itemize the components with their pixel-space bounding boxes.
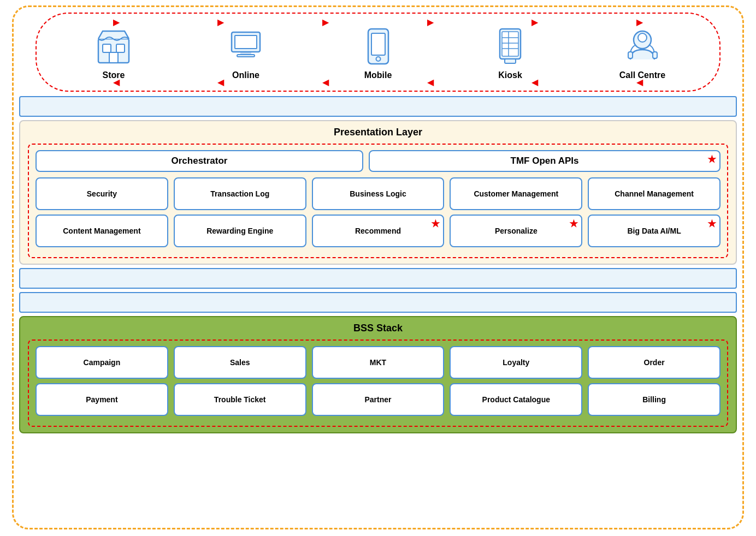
presentation-layer-title: Presentation Layer [28, 127, 728, 138]
orchestrator-box: Orchestrator [36, 150, 363, 172]
svg-rect-7 [237, 55, 255, 57]
box-rewarding-engine-label: Rewarding Engine [206, 227, 273, 235]
arrow-right-6: ▶ [636, 17, 643, 27]
bss-mkt-label: MKT [370, 358, 386, 367]
box-personalize-label: Personalize [495, 227, 538, 235]
svg-rect-9 [371, 33, 385, 55]
svg-rect-2 [116, 44, 125, 52]
box-recommend-label: Recommend [355, 227, 401, 235]
personalize-star: ★ [569, 218, 578, 230]
box-transaction-log-label: Transaction Log [210, 189, 269, 198]
svg-rect-12 [502, 32, 518, 56]
box-channel-management-label: Channel Management [615, 189, 694, 198]
bss-campaign-label: Campaign [84, 358, 121, 367]
bss-payment-label: Payment [86, 395, 117, 404]
svg-rect-1 [103, 44, 111, 52]
bss-row1: Campaign Sales MKT Loyalty Order [36, 346, 720, 379]
boxes-row1: Security Transaction Log Business Logic … [36, 177, 720, 210]
bss-product-catalogue: Product Catalogue [450, 383, 582, 416]
bss-sales: Sales [174, 346, 306, 379]
bss-product-catalogue-label: Product Catalogue [482, 395, 550, 404]
arrow-left-6: ◀ [636, 77, 643, 87]
arrow-right-4: ▶ [427, 17, 434, 27]
bss-order: Order [588, 346, 720, 379]
recommend-star: ★ [431, 218, 440, 230]
channel-kiosk: Kiosk [475, 25, 546, 80]
bss-billing-label: Billing [642, 395, 666, 404]
blue-bar-3 [19, 292, 737, 313]
kiosk-icon [491, 25, 529, 68]
channel-online: Online [210, 25, 281, 80]
bss-trouble-ticket-label: Trouble Ticket [214, 395, 266, 404]
callcentre-icon [623, 25, 662, 68]
blue-bar-2 [19, 268, 737, 289]
svg-rect-21 [653, 52, 657, 58]
bss-partner-label: Partner [364, 395, 391, 404]
channel-callcentre: Call Centre [607, 25, 678, 80]
arrow-left-3: ◀ [322, 77, 329, 87]
tmf-label: TMF Open APIs [511, 156, 579, 166]
box-transaction-log: Transaction Log [174, 177, 306, 210]
bss-stack: BSS Stack Campaign Sales MKT Loyalty Ord… [19, 316, 737, 433]
store-icon [94, 25, 133, 68]
box-bigdata-label: Big Data AI/ML [627, 227, 681, 235]
box-customer-management: Customer Management [450, 177, 582, 210]
bss-partner: Partner [312, 383, 445, 416]
blue-bar-1 [19, 96, 737, 117]
bss-mkt: MKT [312, 346, 445, 379]
svg-rect-17 [505, 59, 516, 63]
bottom-arrows: ◀ ◀ ◀ ◀ ◀ ◀ [37, 77, 719, 87]
bigdata-star: ★ [707, 218, 716, 230]
main-container: ▶ ▶ ▶ ▶ ▶ ▶ Store [12, 5, 744, 529]
bss-loyalty-label: Loyalty [503, 358, 529, 367]
tmf-star: ★ [707, 153, 716, 165]
bss-loyalty: Loyalty [450, 346, 582, 379]
arrow-left-5: ◀ [531, 77, 538, 87]
svg-rect-5 [235, 35, 257, 49]
orchestrator-label: Orchestrator [172, 156, 228, 166]
box-customer-management-label: Customer Management [474, 189, 558, 198]
bss-row2: Payment Trouble Ticket Partner Product C… [36, 383, 720, 416]
bss-campaign: Campaign [36, 346, 168, 379]
arrow-left-1: ◀ [113, 77, 120, 87]
svg-point-10 [376, 57, 380, 61]
svg-rect-3 [109, 52, 118, 63]
presentation-layer: Presentation Layer Orchestrator TMF Open… [19, 120, 737, 265]
boxes-row2: Content Management Rewarding Engine Reco… [36, 215, 720, 247]
svg-rect-20 [628, 52, 633, 58]
bss-payment: Payment [36, 383, 168, 416]
top-arrows: ▶ ▶ ▶ ▶ ▶ ▶ [37, 17, 719, 27]
bss-sales-label: Sales [230, 358, 250, 367]
box-business-logic-label: Business Logic [350, 189, 406, 198]
orchestrator-header: Orchestrator TMF Open APIs ★ [36, 150, 720, 172]
box-channel-management: Channel Management [588, 177, 720, 210]
channel-row: ▶ ▶ ▶ ▶ ▶ ▶ Store [36, 13, 720, 92]
online-icon [227, 25, 265, 68]
box-content-management-label: Content Management [63, 227, 140, 235]
bss-stack-title: BSS Stack [28, 323, 728, 334]
orchestrator-section: Orchestrator TMF Open APIs ★ Security Tr… [28, 144, 728, 258]
arrow-right-1: ▶ [113, 17, 120, 27]
bss-order-label: Order [644, 358, 665, 367]
box-security-label: Security [87, 189, 117, 198]
bss-billing: Billing [588, 383, 720, 416]
arrow-right-5: ▶ [531, 17, 538, 27]
arrow-left-2: ◀ [217, 77, 224, 87]
svg-point-19 [638, 33, 647, 42]
box-security: Security [36, 177, 168, 210]
box-business-logic: Business Logic [312, 177, 445, 210]
arrow-right-3: ▶ [322, 17, 329, 27]
channel-store: Store [78, 25, 149, 80]
tmf-box: TMF Open APIs ★ [369, 150, 720, 172]
mobile-icon [359, 25, 397, 68]
arrow-left-4: ◀ [427, 77, 434, 87]
channel-mobile: Mobile [342, 25, 414, 80]
box-content-management: Content Management [36, 215, 168, 247]
box-rewarding-engine: Rewarding Engine [174, 215, 306, 247]
box-recommend: Recommend ★ [312, 215, 445, 247]
box-bigdata: Big Data AI/ML ★ [588, 215, 720, 247]
bss-inner: Campaign Sales MKT Loyalty Order Paymen [28, 340, 728, 427]
arrow-right-2: ▶ [217, 17, 224, 27]
bss-trouble-ticket: Trouble Ticket [174, 383, 306, 416]
box-personalize: Personalize ★ [450, 215, 582, 247]
